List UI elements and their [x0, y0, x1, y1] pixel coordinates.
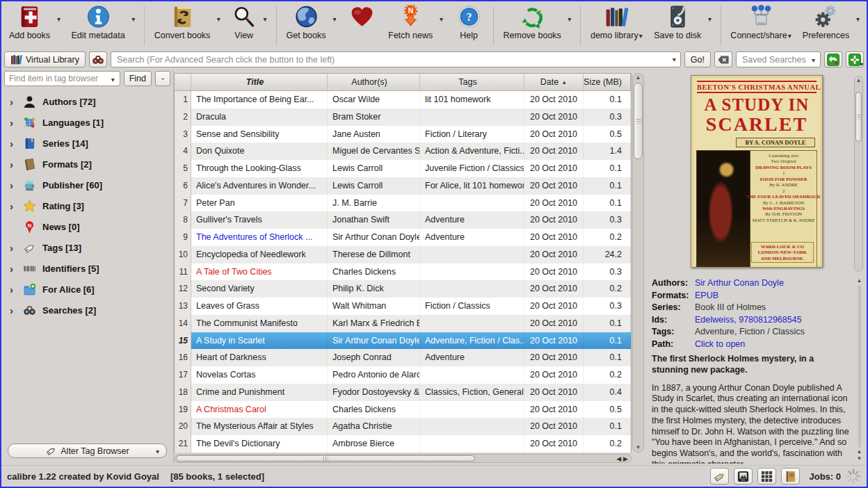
save-to-disk-button[interactable]: ▾ Save to disk▾ [650, 3, 714, 41]
sidebar-item-identifiers[interactable]: › Identifiers [5] [1, 258, 173, 279]
cell-authors[interactable]: Miguel de Cervantes Saa... [328, 143, 420, 160]
cell-size[interactable]: 0.2 [584, 366, 631, 384]
sidebar-item-authors[interactable]: › Authors [72] [1, 91, 173, 112]
cell-title[interactable]: Don Quixote [191, 143, 328, 160]
cell-title[interactable]: The Importance of Being Ear... [191, 91, 328, 108]
scroll-down-icon[interactable]: ▼ [857, 455, 862, 462]
cell-tags[interactable]: Classics, Fiction, General,... [420, 384, 524, 401]
table-row[interactable]: 12 Second Variety Philip K. Dick 20 Oct … [175, 280, 631, 298]
preferences-button[interactable]: ▾ Preferences▾ [799, 3, 862, 41]
find-button[interactable]: Find [124, 71, 152, 86]
add-books-button[interactable]: ▾ Add books▾ [6, 3, 63, 41]
scroll-down-icon[interactable]: ▼ [636, 444, 641, 452]
scrollbar-thumb[interactable] [634, 83, 643, 159]
cell-size[interactable]: 0.3 [584, 211, 631, 229]
cell-tags[interactable]: Adventure [420, 211, 524, 229]
cell-date[interactable]: 20 Oct 2010 [524, 366, 584, 384]
book-cover[interactable]: BEETON'S CHRISTMAS ANNUAL A STUDY IN SCA… [691, 75, 823, 268]
cell-date[interactable]: 20 Oct 2010 [524, 280, 584, 298]
cell-size[interactable]: 0.1 [584, 332, 631, 350]
cell-tags[interactable]: Adventure [420, 229, 524, 246]
jobs-spinner-icon[interactable] [846, 469, 861, 484]
cell-size[interactable]: 0.1 [584, 349, 631, 366]
cell-authors[interactable]: Lewis Carroll [328, 160, 420, 177]
cell-title[interactable]: Heart of Darkness [191, 349, 328, 366]
sidebar-item-series[interactable]: › Series [14] [1, 133, 173, 154]
cell-size[interactable]: 0.1 [584, 160, 631, 177]
cell-size[interactable]: 0.1 [584, 91, 631, 108]
cell-size[interactable]: 0.1 [584, 315, 631, 332]
expand-arrow-icon[interactable]: › [10, 243, 17, 253]
expand-arrow-icon[interactable]: › [10, 305, 17, 316]
sidebar-item-formats[interactable]: › Formats [2] [1, 154, 173, 174]
cell-title[interactable]: A Tale of Two Cities [191, 263, 328, 281]
cover-scrollbar[interactable]: ▲ [854, 76, 863, 272]
sidebar-item-tags[interactable]: › Tags [13] [1, 237, 173, 258]
cell-authors[interactable]: Sir Arthur Conan Doyle [328, 229, 420, 246]
cell-date[interactable]: 20 Oct 2010 [524, 332, 584, 350]
scroll-up-icon[interactable]: ▲ [857, 448, 862, 455]
cell-size[interactable]: 24.2 [584, 246, 631, 263]
advanced-search-button[interactable] [89, 51, 107, 67]
table-horizontal-scrollbar[interactable]: ◀ ▶ [174, 454, 632, 463]
cell-size[interactable]: 0.4 [584, 384, 631, 401]
table-vertical-scrollbar[interactable]: ▲ ▼ [632, 73, 644, 453]
search-input[interactable] [111, 51, 681, 67]
cell-date[interactable]: 20 Oct 2010 [524, 229, 584, 246]
view-button[interactable]: ▾ View▾ [228, 3, 270, 41]
cell-authors[interactable]: Ambrose Bierce [328, 435, 420, 453]
cell-size[interactable]: 0.2 [584, 229, 631, 246]
table-row[interactable]: 15 A Study in Scarlet Sir Arthur Conan D… [175, 332, 631, 350]
scroll-up-icon[interactable]: ▲ [857, 277, 862, 284]
cell-title[interactable]: Second Variety [191, 280, 328, 298]
cell-title[interactable]: Through the Looking-Glass [191, 160, 328, 177]
cell-tags[interactable]: Action & Adventure, Ficti... [420, 143, 524, 160]
table-row[interactable]: 17 Novelas Cortas Pedro Antonio de Alarc… [175, 366, 631, 384]
cell-tags[interactable] [420, 315, 524, 332]
donate-button[interactable]: ▾ ▾ [344, 3, 380, 41]
virtual-library-button[interactable]: Virtual Library [4, 51, 86, 67]
table-row[interactable]: 18 Crime and Punishment Fyodor Dostoyevs… [175, 384, 631, 401]
cell-authors[interactable]: Joseph Conrad [328, 349, 420, 366]
cell-tags[interactable] [420, 108, 524, 126]
cell-size[interactable]: 0.2 [584, 280, 631, 298]
cell-authors[interactable]: Sir Arthur Conan Doyle [328, 332, 420, 350]
expand-arrow-icon[interactable]: › [10, 201, 17, 211]
cell-date[interactable]: 20 Oct 2010 [524, 246, 584, 263]
cell-size[interactable]: 0.5 [584, 401, 631, 418]
cell-date[interactable]: 20 Oct 2010 [524, 195, 584, 212]
cell-size[interactable]: 0.1 [584, 177, 631, 195]
table-row[interactable]: 16 Heart of Darkness Joseph Conrad Adven… [175, 349, 631, 366]
table-row[interactable]: 14 The Communist Manifesto Karl Marx & F… [175, 315, 631, 332]
table-row[interactable]: 2 Dracula Bram Stoker 20 Oct 2010 0.3 [175, 108, 631, 126]
cell-size[interactable]: 0.3 [584, 108, 631, 126]
cell-authors[interactable]: Charles Dickens [328, 263, 420, 281]
cell-authors[interactable]: Pedro Antonio de Alarcón [328, 366, 420, 384]
cell-tags[interactable] [420, 280, 524, 298]
cell-tags[interactable]: Fiction / Classics [420, 298, 524, 315]
cell-title[interactable]: Peter Pan [191, 195, 328, 212]
cell-title[interactable]: Leaves of Grass [191, 298, 328, 315]
cell-authors[interactable]: J. M. Barrie [328, 195, 420, 212]
cell-tags[interactable]: Juvenile Fiction / Classics [420, 160, 524, 177]
saved-searches-combo[interactable]: Saved Searches ▾ [736, 51, 821, 67]
table-row[interactable]: 19 A Christmas Carol Charles Dickens 20 … [175, 401, 631, 418]
cell-authors[interactable]: Lewis Carroll [328, 177, 420, 195]
column-header[interactable]: Date ▲ [524, 74, 584, 90]
cell-tags[interactable] [420, 263, 524, 281]
remove-books-button[interactable]: ▾ Remove books▾ [500, 3, 574, 41]
cell-authors[interactable]: Charles Dickens [328, 401, 420, 418]
sidebar-item-for-alice[interactable]: › For Alice [6] [1, 279, 173, 300]
cover-browser-button[interactable] [734, 468, 753, 485]
cell-size[interactable]: 0.3 [584, 298, 631, 315]
help-button[interactable]: ? ▾ Help▾ [451, 3, 487, 41]
cell-title[interactable]: Crime and Punishment [191, 384, 328, 401]
cell-date[interactable]: 20 Oct 2010 [524, 108, 584, 126]
convert-books-button[interactable]: ▾ Convert books▾ [151, 3, 223, 41]
cell-size[interactable]: 1.4 [584, 143, 631, 160]
cell-tags[interactable]: Fiction / Literary [420, 126, 524, 143]
fetch-news-button[interactable]: N ▾ Fetch news▾ [385, 3, 446, 41]
book-details-button[interactable] [781, 468, 800, 485]
cell-title[interactable]: Encyclopedia of Needlework [191, 246, 328, 263]
description-scrollbar[interactable]: ▲ ▲ ▼ [855, 277, 863, 462]
